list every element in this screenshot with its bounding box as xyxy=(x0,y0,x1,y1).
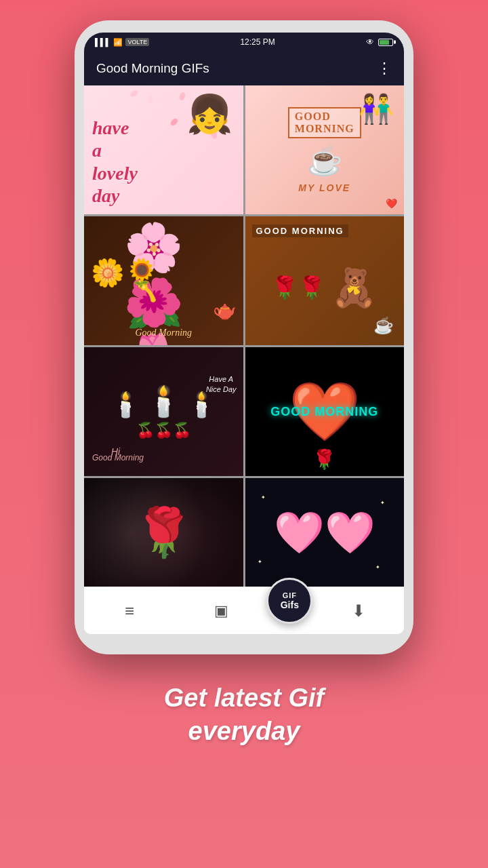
cup-illustration: ☕ xyxy=(307,144,342,177)
gif-cell-5[interactable]: 🕯️ 🕯️ 🕯️ 🍒🍒🍒 Have ANice Day Good Morning… xyxy=(84,347,243,476)
status-bar: ▌▌▌ 📶 VOLTE 12:25 PM 👁 xyxy=(84,33,404,52)
top-bar: Good Morning GIFs ⋮ xyxy=(84,52,404,85)
sparkle-4: ✦ xyxy=(375,564,380,570)
status-time: 12:25 PM xyxy=(240,37,274,47)
gif-cell-8[interactable]: ✦ ✦ ✦ ✦ 🩷🩷 xyxy=(245,478,405,587)
good-morning-glow-text: GOOD MORNING xyxy=(270,405,378,419)
gif-cell-1[interactable]: 👧 havealovelyday xyxy=(84,85,243,214)
sparkle-2: ✦ xyxy=(380,500,385,506)
nav-gallery[interactable]: ▣ xyxy=(176,602,267,620)
good-morning-text: GOOD MORNING xyxy=(288,107,361,138)
my-love-text: MY LOVE xyxy=(298,182,350,193)
menu-icon: ≡ xyxy=(125,601,134,620)
berries-decor: 🍒🍒🍒 xyxy=(136,422,191,439)
nav-menu[interactable]: ≡ xyxy=(84,601,176,620)
heart-decor: ❤️ xyxy=(386,198,397,209)
cup-illustration-2: 🫖 xyxy=(213,299,237,321)
light-effect xyxy=(84,478,243,587)
good-morning-bear-label: GOOD MORNING xyxy=(252,224,348,237)
download-icon: ⬇ xyxy=(352,601,365,620)
bottom-nav: ≡ ▣ GIF Gifs ⬇ xyxy=(84,587,404,634)
app-title: Good Morning GIFs xyxy=(96,61,209,76)
nav-gifs-button[interactable]: GIF Gifs xyxy=(266,578,312,624)
promo-section: Get latest Gif everyday xyxy=(137,682,352,789)
gifs-top-label: GIF xyxy=(283,591,297,599)
wifi-icon: 📶 xyxy=(113,38,123,47)
gif-cell-7[interactable]: 🌹 xyxy=(84,478,243,587)
gif-cell-2[interactable]: 👫 GOOD MORNING ☕ ❤️ MY LOVE xyxy=(245,85,405,214)
more-menu-button[interactable]: ⋮ xyxy=(377,60,392,77)
pink-hearts: 🩷🩷 xyxy=(274,509,375,557)
battery-icon xyxy=(378,39,393,46)
sparkle-1: ✦ xyxy=(261,494,266,500)
good-morning-flowers-text: Good Morning xyxy=(135,328,192,338)
nav-download[interactable]: ⬇ xyxy=(312,601,404,620)
flowers-decor: 🌹🌹 xyxy=(271,275,325,300)
flower-2: 🌼🌻 xyxy=(91,257,159,289)
status-right: 👁 xyxy=(366,37,393,47)
gif-cell-4[interactable]: GOOD MORNING 🌹🌹 🧸 ☕ xyxy=(245,216,405,345)
girl-illustration: 👧 xyxy=(186,92,233,136)
have-nice-day-text: Have ANice Day xyxy=(206,374,237,395)
gallery-icon: ▣ xyxy=(214,602,228,620)
gif-cell-3[interactable]: 🌸🌺🌷 🌼🌻 🫖 Good Morning xyxy=(84,216,243,345)
hi-text: Hi xyxy=(111,446,120,457)
promo-text: Get latest Gif everyday xyxy=(164,682,325,749)
gifs-bottom-label: Gifs xyxy=(281,599,299,610)
bear-content: 🌹🌹 🧸 xyxy=(271,266,378,310)
lovely-day-text: havealovelyday xyxy=(92,117,138,208)
status-left: ▌▌▌ 📶 VOLTE xyxy=(95,38,149,47)
couple-illustration: 👫 xyxy=(359,92,394,125)
app-screen: Good Morning GIFs ⋮ 👧 havealovelyday xyxy=(84,52,404,634)
signal-icon: ▌▌▌ xyxy=(95,38,110,46)
bear-illustration: 🧸 xyxy=(331,266,378,310)
cup-bear-decor: ☕ xyxy=(373,316,394,335)
gif-cell-6[interactable]: 💛 ❤️ GOOD MORNING 🌹 xyxy=(245,347,405,476)
candles-group: 🕯️ 🕯️ 🕯️ xyxy=(110,384,217,419)
volte-badge: VOLTE xyxy=(125,38,149,46)
sparkle-3: ✦ xyxy=(258,559,262,565)
eye-icon: 👁 xyxy=(366,37,374,47)
gif-grid: 👧 havealovelyday 👫 GOOD MORNING ☕ ❤️ MY … xyxy=(84,85,404,587)
rose-bottom: 🌹 xyxy=(312,448,336,471)
phone-frame: ▌▌▌ 📶 VOLTE 12:25 PM 👁 Good Morning GIFs… xyxy=(75,20,413,654)
